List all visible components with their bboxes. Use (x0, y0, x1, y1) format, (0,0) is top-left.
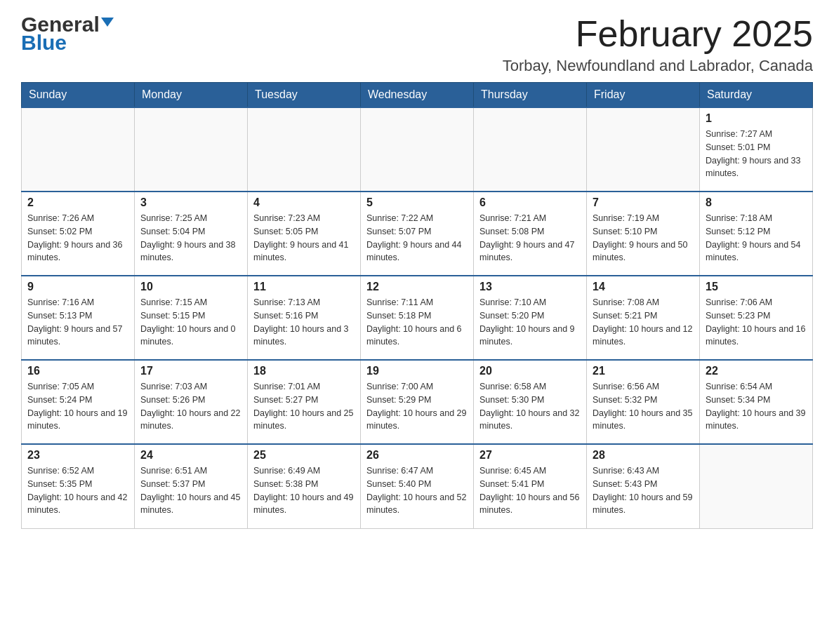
calendar-day: 16Sunrise: 7:05 AMSunset: 5:24 PMDayligh… (22, 360, 135, 444)
day-info: Sunrise: 7:13 AMSunset: 5:16 PMDaylight:… (253, 296, 355, 349)
calendar-day: 12Sunrise: 7:11 AMSunset: 5:18 PMDayligh… (361, 276, 474, 360)
day-info: Sunrise: 7:05 AMSunset: 5:24 PMDaylight:… (27, 380, 128, 433)
calendar-day: 1Sunrise: 7:27 AMSunset: 5:01 PMDaylight… (700, 107, 813, 192)
calendar-day: 15Sunrise: 7:06 AMSunset: 5:23 PMDayligh… (700, 276, 813, 360)
location-subtitle: Torbay, Newfoundland and Labrador, Canad… (503, 57, 813, 75)
calendar-day: 21Sunrise: 6:56 AMSunset: 5:32 PMDayligh… (587, 360, 700, 444)
calendar-day: 22Sunrise: 6:54 AMSunset: 5:34 PMDayligh… (700, 360, 813, 444)
day-number: 23 (27, 449, 128, 462)
day-number: 10 (140, 281, 241, 293)
calendar-day: 9Sunrise: 7:16 AMSunset: 5:13 PMDaylight… (22, 276, 135, 360)
day-info: Sunrise: 7:23 AMSunset: 5:05 PMDaylight:… (253, 212, 355, 264)
day-number: 5 (366, 196, 468, 209)
day-number: 21 (593, 365, 694, 377)
calendar-day (587, 107, 700, 192)
day-number: 14 (593, 281, 694, 293)
calendar-day: 18Sunrise: 7:01 AMSunset: 5:27 PMDayligh… (248, 360, 361, 444)
day-number: 15 (706, 281, 807, 293)
day-number: 3 (140, 196, 241, 209)
day-number: 16 (27, 365, 128, 377)
day-number: 25 (253, 449, 355, 462)
col-saturday: Saturday (700, 83, 813, 108)
col-tuesday: Tuesday (248, 83, 361, 108)
calendar-week-5: 23Sunrise: 6:52 AMSunset: 5:35 PMDayligh… (22, 444, 813, 528)
calendar-day: 10Sunrise: 7:15 AMSunset: 5:15 PMDayligh… (135, 276, 248, 360)
calendar-day: 4Sunrise: 7:23 AMSunset: 5:05 PMDaylight… (248, 192, 361, 276)
calendar-day: 24Sunrise: 6:51 AMSunset: 5:37 PMDayligh… (135, 444, 248, 528)
day-number: 9 (27, 281, 128, 293)
col-monday: Monday (135, 83, 248, 108)
day-info: Sunrise: 7:26 AMSunset: 5:02 PMDaylight:… (27, 212, 128, 264)
day-info: Sunrise: 7:16 AMSunset: 5:13 PMDaylight:… (27, 296, 128, 349)
day-info: Sunrise: 7:21 AMSunset: 5:08 PMDaylight:… (479, 212, 581, 264)
calendar-week-1: 1Sunrise: 7:27 AMSunset: 5:01 PMDaylight… (22, 107, 813, 192)
day-number: 19 (366, 365, 468, 377)
calendar-day: 6Sunrise: 7:21 AMSunset: 5:08 PMDaylight… (474, 192, 587, 276)
day-info: Sunrise: 6:49 AMSunset: 5:38 PMDaylight:… (253, 464, 355, 517)
logo-triangle-icon (101, 18, 114, 27)
calendar-day (22, 107, 135, 192)
calendar-day: 11Sunrise: 7:13 AMSunset: 5:16 PMDayligh… (248, 276, 361, 360)
day-number: 2 (27, 196, 128, 209)
day-number: 17 (140, 365, 241, 377)
day-info: Sunrise: 7:08 AMSunset: 5:21 PMDaylight:… (593, 296, 694, 349)
day-number: 13 (479, 281, 581, 293)
day-number: 20 (479, 365, 581, 377)
calendar-table: Sunday Monday Tuesday Wednesday Thursday… (21, 82, 813, 529)
day-info: Sunrise: 7:10 AMSunset: 5:20 PMDaylight:… (479, 296, 581, 349)
calendar-header-row: Sunday Monday Tuesday Wednesday Thursday… (22, 83, 813, 108)
day-number: 22 (706, 365, 807, 377)
calendar-day (700, 444, 813, 528)
day-number: 18 (253, 365, 355, 377)
calendar-day: 13Sunrise: 7:10 AMSunset: 5:20 PMDayligh… (474, 276, 587, 360)
day-info: Sunrise: 6:54 AMSunset: 5:34 PMDaylight:… (706, 380, 807, 433)
col-friday: Friday (587, 83, 700, 108)
day-info: Sunrise: 6:47 AMSunset: 5:40 PMDaylight:… (366, 464, 468, 517)
calendar-day: 5Sunrise: 7:22 AMSunset: 5:07 PMDaylight… (361, 192, 474, 276)
calendar-day: 25Sunrise: 6:49 AMSunset: 5:38 PMDayligh… (248, 444, 361, 528)
col-wednesday: Wednesday (361, 83, 474, 108)
day-info: Sunrise: 7:03 AMSunset: 5:26 PMDaylight:… (140, 380, 241, 433)
calendar-day: 2Sunrise: 7:26 AMSunset: 5:02 PMDaylight… (22, 192, 135, 276)
day-info: Sunrise: 7:00 AMSunset: 5:29 PMDaylight:… (366, 380, 468, 433)
calendar-day (474, 107, 587, 192)
day-info: Sunrise: 6:56 AMSunset: 5:32 PMDaylight:… (593, 380, 694, 433)
day-info: Sunrise: 7:01 AMSunset: 5:27 PMDaylight:… (253, 380, 355, 433)
day-number: 11 (253, 281, 355, 293)
calendar-day: 23Sunrise: 6:52 AMSunset: 5:35 PMDayligh… (22, 444, 135, 528)
day-number: 1 (706, 112, 807, 125)
calendar-day: 8Sunrise: 7:18 AMSunset: 5:12 PMDaylight… (700, 192, 813, 276)
day-info: Sunrise: 6:51 AMSunset: 5:37 PMDaylight:… (140, 464, 241, 517)
day-info: Sunrise: 7:22 AMSunset: 5:07 PMDaylight:… (366, 212, 468, 264)
day-number: 6 (479, 196, 581, 209)
calendar-day: 19Sunrise: 7:00 AMSunset: 5:29 PMDayligh… (361, 360, 474, 444)
calendar-day: 20Sunrise: 6:58 AMSunset: 5:30 PMDayligh… (474, 360, 587, 444)
calendar-day (361, 107, 474, 192)
day-number: 26 (366, 449, 468, 462)
calendar-week-3: 9Sunrise: 7:16 AMSunset: 5:13 PMDaylight… (22, 276, 813, 360)
day-info: Sunrise: 7:25 AMSunset: 5:04 PMDaylight:… (140, 212, 241, 264)
title-section: February 2025 Torbay, Newfoundland and L… (503, 14, 813, 75)
day-info: Sunrise: 7:18 AMSunset: 5:12 PMDaylight:… (706, 212, 807, 264)
day-info: Sunrise: 7:19 AMSunset: 5:10 PMDaylight:… (593, 212, 694, 264)
day-number: 8 (706, 196, 807, 209)
calendar-day: 27Sunrise: 6:45 AMSunset: 5:41 PMDayligh… (474, 444, 587, 528)
day-number: 24 (140, 449, 241, 462)
day-number: 7 (593, 196, 694, 209)
day-number: 27 (479, 449, 581, 462)
day-info: Sunrise: 7:15 AMSunset: 5:15 PMDaylight:… (140, 296, 241, 349)
day-number: 4 (253, 196, 355, 209)
logo-blue: Blue (21, 32, 67, 53)
col-thursday: Thursday (474, 83, 587, 108)
day-number: 28 (593, 449, 694, 462)
calendar-day (135, 107, 248, 192)
logo: General Blue (21, 14, 114, 53)
day-info: Sunrise: 7:27 AMSunset: 5:01 PMDaylight:… (706, 128, 807, 180)
calendar-week-2: 2Sunrise: 7:26 AMSunset: 5:02 PMDaylight… (22, 192, 813, 276)
calendar-day (248, 107, 361, 192)
day-info: Sunrise: 6:43 AMSunset: 5:43 PMDaylight:… (593, 464, 694, 517)
day-info: Sunrise: 6:52 AMSunset: 5:35 PMDaylight:… (27, 464, 128, 517)
page-header: General Blue February 2025 Torbay, Newfo… (21, 14, 813, 75)
calendar-day: 7Sunrise: 7:19 AMSunset: 5:10 PMDaylight… (587, 192, 700, 276)
day-info: Sunrise: 7:06 AMSunset: 5:23 PMDaylight:… (706, 296, 807, 349)
